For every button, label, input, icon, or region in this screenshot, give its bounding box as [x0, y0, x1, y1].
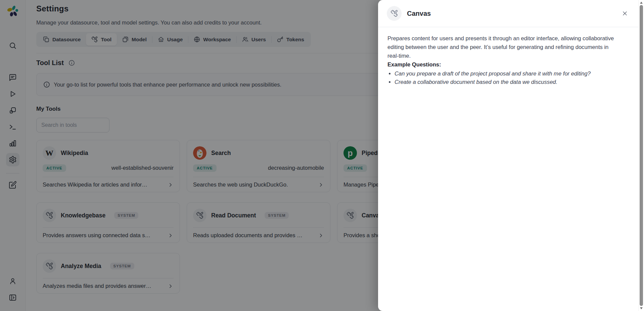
- example-questions: Can you prepare a draft of the project p…: [387, 69, 615, 87]
- close-icon: [622, 10, 628, 17]
- scroll-up-arrow[interactable]: [640, 2, 643, 4]
- examples-heading: Example Questions:: [387, 60, 615, 69]
- scroll-down-arrow[interactable]: [640, 307, 643, 309]
- example-question: Can you prepare a draft of the project p…: [395, 69, 615, 78]
- scrollbar-thumb[interactable]: [640, 5, 643, 306]
- drawer-title: Canvas: [407, 10, 431, 17]
- page-scrollbar: [638, 0, 644, 311]
- tool-detail-drawer: Canvas Prepares content for users and pr…: [378, 0, 638, 311]
- example-question: Create a collaborative document based on…: [395, 78, 615, 87]
- drawer-close-button[interactable]: [620, 9, 630, 18]
- tool-description: Prepares content for users and presents …: [387, 34, 615, 60]
- pencil-ruler-icon: [387, 6, 402, 21]
